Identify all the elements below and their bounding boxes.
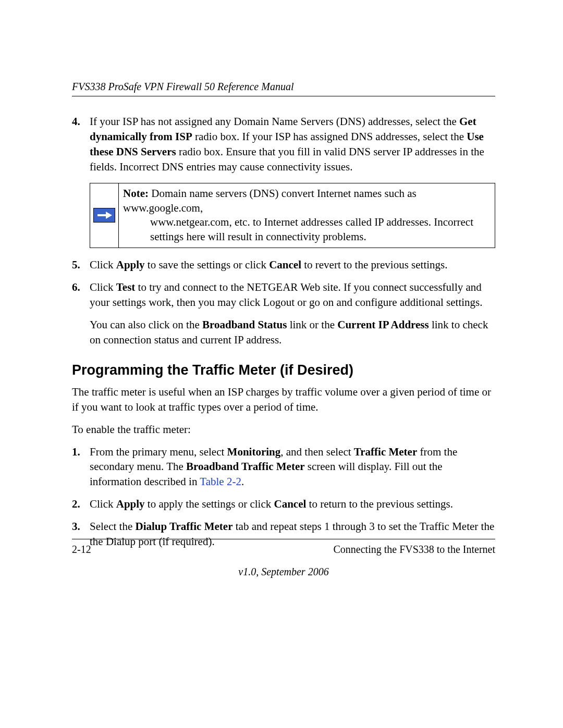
bold-text: Apply (116, 258, 145, 271)
list-item: 4. If your ISP has not assigned any Doma… (72, 114, 495, 175)
bold-text: Test (116, 281, 136, 293)
bold-text: Broadband Status (202, 318, 287, 331)
running-header: FVS338 ProSafe VPN Firewall 50 Reference… (72, 81, 495, 96)
page-footer: 2-12 Connecting the FVS338 to the Intern… (72, 539, 495, 578)
text-fragment: Click (90, 281, 116, 293)
text-fragment: You can also click on the (90, 318, 202, 331)
note-icon-cell (90, 183, 119, 248)
section-heading: Programming the Traffic Meter (if Desire… (72, 362, 495, 378)
text-fragment: link or the (287, 318, 337, 331)
text-fragment: Select the (90, 520, 135, 533)
bold-text: Cancel (269, 258, 301, 271)
numbered-list-b: 5. Click Apply to save the settings or c… (72, 257, 495, 348)
bold-text: Dialup Traffic Meter (135, 520, 232, 533)
footer-rule (72, 539, 495, 539)
arrow-right-icon (93, 208, 115, 223)
svg-marker-1 (106, 212, 112, 219)
text-fragment: to save the settings or click (145, 258, 270, 271)
text-fragment: Click (90, 258, 116, 271)
text-fragment: , and then select (280, 446, 354, 458)
text-fragment: to revert to the previous settings. (301, 258, 448, 271)
page-number: 2-12 (72, 544, 91, 556)
step-number: 1. (72, 445, 90, 490)
numbered-list-a: 4. If your ISP has not assigned any Doma… (72, 114, 495, 175)
text-fragment: . (241, 475, 244, 488)
footer-line: 2-12 Connecting the FVS338 to the Intern… (72, 544, 495, 556)
text-fragment: If your ISP has not assigned any Domain … (90, 115, 459, 128)
text-fragment: radio box. If your ISP has assigned DNS … (192, 130, 467, 143)
bold-text: Current IP Address (337, 318, 429, 331)
step-number: 2. (72, 497, 90, 512)
bold-text: Monitoring (227, 446, 281, 458)
paragraph: The traffic meter is useful when an ISP … (72, 385, 495, 415)
text-fragment: www.netgear.com, etc. to Internet addres… (123, 215, 489, 244)
cross-reference-link[interactable]: Table 2-2 (200, 475, 241, 488)
bold-text: Cancel (274, 498, 306, 510)
version-line: v1.0, September 2006 (72, 566, 495, 578)
step-number: 5. (72, 257, 90, 273)
bold-text: Broadband Traffic Meter (186, 460, 304, 473)
text-fragment: Click (90, 498, 116, 510)
note-callout: Note: Domain name servers (DNS) convert … (90, 183, 495, 248)
note-label: Note: (123, 187, 149, 200)
step-text: From the primary menu, select Monitoring… (90, 445, 495, 490)
text-fragment: to return to the previous settings. (306, 498, 453, 510)
text-fragment: to apply the settings or click (145, 498, 274, 510)
text-fragment: Domain name servers (DNS) convert Intern… (123, 187, 417, 214)
numbered-list-c: 1. From the primary menu, select Monitor… (72, 445, 495, 550)
bold-text: Apply (116, 498, 145, 510)
step-text: Click Test to try and connect to the NET… (90, 280, 495, 348)
step-text: If your ISP has not assigned any Domain … (90, 114, 495, 175)
list-item: 6. Click Test to try and connect to the … (72, 280, 495, 348)
note-text: Note: Domain name servers (DNS) convert … (119, 183, 495, 248)
paragraph: You can also click on the Broadband Stat… (90, 317, 495, 348)
text-fragment: From the primary menu, select (90, 446, 227, 458)
paragraph: To enable the traffic meter: (72, 422, 495, 437)
list-item: 5. Click Apply to save the settings or c… (72, 257, 495, 273)
chapter-title: Connecting the FVS338 to the Internet (333, 544, 495, 556)
text-fragment: to try and connect to the NETGEAR Web si… (90, 281, 483, 309)
bold-text: Traffic Meter (354, 446, 417, 458)
step-text: Click Apply to apply the settings or cli… (90, 497, 495, 512)
list-item: 2. Click Apply to apply the settings or … (72, 497, 495, 512)
step-text: Click Apply to save the settings or clic… (90, 257, 495, 273)
step-number: 4. (72, 114, 90, 175)
list-item: 1. From the primary menu, select Monitor… (72, 445, 495, 490)
document-page: FVS338 ProSafe VPN Firewall 50 Reference… (0, 0, 563, 728)
step-number: 6. (72, 280, 90, 348)
